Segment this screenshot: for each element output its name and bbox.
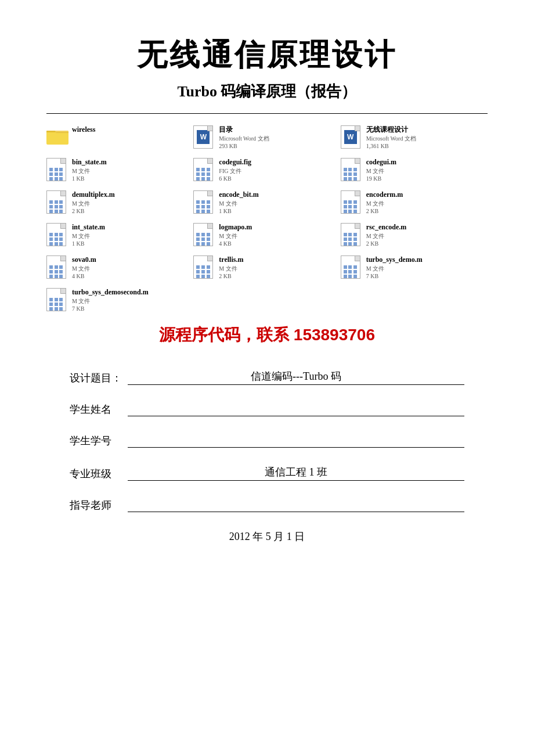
file-type-intstate: M 文件 [72,232,105,240]
file-info-mulu: 目录 Microsoft Word 文档 293 KB [219,125,269,150]
major-value-line: 通信工程 1 班 [128,465,464,481]
file-info-encoderm: encoderm.m M 文件 2 KB [366,190,403,215]
advisor-value-line[interactable] [128,498,464,512]
file-name-intstate: int_state.m [72,223,105,232]
file-item-demultiplex[interactable]: demultiplex.m M 文件 2 KB [46,190,193,215]
file-item-sova0[interactable]: sova0.m M 文件 4 KB [46,255,193,280]
file-type-binstate: M 文件 [72,167,107,175]
main-title: 无线通信原理设计 [46,35,488,75]
file-size-codeguim: 19 KB [366,175,396,182]
file-type-codeguim: M 文件 [366,167,396,175]
file-size-encoderm: 2 KB [366,207,403,215]
file-item-empty [193,288,340,312]
m-icon-encodebit [193,190,215,215]
file-item-logmapo[interactable]: logmapo.m M 文件 4 KB [193,223,340,247]
file-size-codeguifig: 6 KB [219,175,251,182]
file-type-sova0: M 文件 [72,265,96,272]
m-icon-encoderm [341,190,363,215]
file-item-codeguim[interactable]: codegui.m M 文件 19 KB [341,158,488,182]
file-item-codeguifig[interactable]: codegui.fig FIG 文件 6 KB [193,158,340,182]
advisor-label: 指导老师 [70,498,122,512]
form-row-design: 设计题目： 信道编码---Turbo 码 [70,369,464,385]
file-size-intstate: 1 KB [72,240,105,247]
file-size-mulu: 293 KB [219,142,269,150]
m-icon-turbosys [341,255,363,280]
file-item-turbosecond[interactable]: turbo_sys_demosecond.m M 文件 7 KB [46,288,193,312]
files-grid: wireless W 目录 Microsoft Word 文档 293 KB W… [46,125,488,312]
file-size-trellis: 2 KB [219,272,243,280]
file-name-wuxian: 无线课程设计 [366,125,416,135]
file-type-encoderm: M 文件 [366,200,403,207]
file-info-codeguim: codegui.m M 文件 19 KB [366,158,396,182]
file-item-encodebit[interactable]: encode_bit.m M 文件 1 KB [193,190,340,215]
file-info-turbosecond: turbo_sys_demosecond.m M 文件 7 KB [72,288,149,312]
file-name-rscencode: rsc_encode.m [366,223,407,232]
file-size-encodebit: 1 KB [219,207,258,215]
file-type-rscencode: M 文件 [366,232,407,240]
file-info-wireless: wireless [72,125,95,135]
file-name-turbosys: turbo_sys_demo.m [366,255,423,265]
design-value: 信道编码---Turbo 码 [251,370,341,382]
file-info-trellis: trellis.m M 文件 2 KB [219,255,243,280]
file-item-trellis[interactable]: trellis.m M 文件 2 KB [193,255,340,280]
date-line: 2012 年 5 月 1 日 [46,530,488,543]
file-item-turbosys[interactable]: turbo_sys_demo.m M 文件 7 KB [341,255,488,280]
m-icon-logmapo [193,223,215,247]
file-name-encodebit: encode_bit.m [219,190,258,200]
major-label: 专业班级 [70,467,122,481]
file-name-sova0: sova0.m [72,255,96,265]
m-icon-codeguim [341,158,363,182]
file-type-trellis: M 文件 [219,265,243,272]
file-info-sova0: sova0.m M 文件 4 KB [72,255,96,280]
file-name-mulu: 目录 [219,125,269,135]
file-type-encodebit: M 文件 [219,200,258,207]
form-section: 设计题目： 信道编码---Turbo 码 学生姓名 学生学号 专业班级 通信工程… [46,369,488,512]
file-info-turbosys: turbo_sys_demo.m M 文件 7 KB [366,255,423,280]
m-icon-binstate [46,158,68,182]
sub-title: Turbo 码编译原理（报告） [46,81,488,102]
word-icon-wuxian: W [341,125,363,150]
m-icon-codeguifig [193,158,215,182]
m-icon-turbosecond [46,288,68,312]
file-item-wireless[interactable]: wireless [46,125,193,150]
student-id-value-line[interactable] [128,434,464,448]
file-name-encoderm: encoderm.m [366,190,403,200]
contact-line: 源程序代码，联系 153893706 [46,324,488,346]
file-type-turbosys: M 文件 [366,265,423,272]
m-icon-demultiplex [46,190,68,215]
form-row-name: 学生姓名 [70,402,464,416]
file-name-turbosecond: turbo_sys_demosecond.m [72,288,149,297]
student-name-label: 学生姓名 [70,402,122,416]
file-info-demultiplex: demultiplex.m M 文件 2 KB [72,190,115,215]
file-name-logmapo: logmapo.m [219,223,252,232]
m-icon-trellis [193,255,215,280]
file-info-rscencode: rsc_encode.m M 文件 2 KB [366,223,407,247]
file-info-intstate: int_state.m M 文件 1 KB [72,223,105,247]
file-item-intstate[interactable]: int_state.m M 文件 1 KB [46,223,193,247]
file-size-rscencode: 2 KB [366,240,407,247]
file-info-encodebit: encode_bit.m M 文件 1 KB [219,190,258,215]
student-name-value-line[interactable] [128,402,464,416]
file-item-wuxian[interactable]: W 无线课程设计 Microsoft Word 文档 1,361 KB [341,125,488,150]
file-item-mulu[interactable]: W 目录 Microsoft Word 文档 293 KB [193,125,340,150]
file-item-encoderm[interactable]: encoderm.m M 文件 2 KB [341,190,488,215]
file-size-turbosys: 7 KB [366,272,423,280]
file-item-rscencode[interactable]: rsc_encode.m M 文件 2 KB [341,223,488,247]
file-size-turbosecond: 7 KB [72,305,149,312]
form-row-major: 专业班级 通信工程 1 班 [70,465,464,481]
file-size-wuxian: 1,361 KB [366,142,416,150]
file-size-logmapo: 4 KB [219,240,252,247]
file-info-wuxian: 无线课程设计 Microsoft Word 文档 1,361 KB [366,125,416,150]
file-type-turbosecond: M 文件 [72,297,149,305]
file-type-wuxian: Microsoft Word 文档 [366,135,416,142]
file-item-binstate[interactable]: bin_state.m M 文件 1 KB [46,158,193,182]
file-size-demultiplex: 2 KB [72,207,115,215]
file-name-wireless: wireless [72,125,95,135]
file-type-demultiplex: M 文件 [72,200,115,207]
file-name-codeguim: codegui.m [366,158,396,167]
form-row-id: 学生学号 [70,434,464,448]
m-icon-intstate [46,223,68,247]
folder-icon [46,125,68,150]
student-id-label: 学生学号 [70,434,122,448]
file-info-codeguifig: codegui.fig FIG 文件 6 KB [219,158,251,182]
